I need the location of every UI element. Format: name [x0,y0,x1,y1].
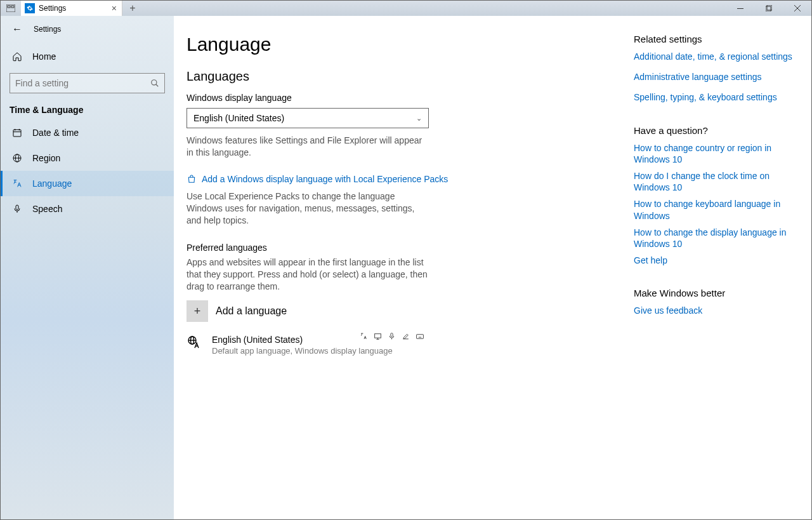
add-display-language-text: Add a Windows display language with Loca… [202,174,448,184]
svg-rect-3 [737,8,743,9]
globe-icon [12,153,22,163]
back-arrow-icon[interactable]: ← [12,23,22,35]
sidebar: ← Settings Home Time & Language Date & t… [1,16,174,519]
svg-rect-24 [391,333,393,337]
make-better-title: Make Windows better [634,288,799,298]
help-link[interactable]: Get help [634,255,799,266]
add-display-language-link[interactable]: Add a Windows display language with Loca… [187,174,608,184]
question-title: Have a question? [634,125,799,136]
keyboard-icon [416,332,425,340]
display-icon [374,332,383,340]
settings-window: Settings × + ← Settings Home [0,0,812,520]
tab-label: Settings [39,4,66,13]
content-column: Language Languages Windows display langu… [187,34,608,507]
sidebar-item-label: Speech [32,204,62,214]
related-link[interactable]: Additional date, time, & regional settin… [634,51,799,62]
svg-rect-1 [8,6,10,8]
sidebar-item-region[interactable]: Region [1,145,174,171]
gear-icon [25,3,35,13]
svg-rect-2 [11,6,14,8]
svg-rect-4 [766,6,771,11]
minimize-button[interactable] [726,1,754,16]
new-tab-button[interactable]: + [122,1,143,16]
window-controls [726,1,811,16]
help-link[interactable]: How do I change the clock time on Window… [634,170,799,193]
tab-settings[interactable]: Settings × [21,1,122,16]
chevron-down-icon: ⌄ [416,114,422,123]
preferred-languages-label: Preferred languages [187,243,608,253]
plus-icon: + [187,300,208,322]
svg-point-8 [152,80,157,85]
svg-rect-10 [13,130,21,137]
handwriting-icon [402,332,411,340]
display-language-select[interactable]: English (United States) ⌄ [187,108,429,128]
language-entry[interactable]: English (United States) Default app lang… [187,335,429,356]
help-link[interactable]: How to change keyboard language in Windo… [634,198,799,221]
mic-icon [12,204,22,214]
svg-rect-5 [767,5,772,10]
language-icon [12,178,22,189]
language-entry-icon [187,335,203,351]
search-input[interactable] [15,78,150,88]
sidebar-category: Time & Language [1,100,174,120]
close-window-button[interactable] [783,1,811,16]
translate-icon [360,332,369,340]
feedback-link[interactable]: Give us feedback [634,305,799,316]
svg-rect-21 [375,334,381,338]
sidebar-header: ← Settings [1,20,174,39]
taskview-icon[interactable] [1,1,21,16]
main-content: Language Languages Windows display langu… [174,16,811,519]
header-label: Settings [34,25,61,34]
sidebar-item-date-time[interactable]: Date & time [1,120,174,145]
sidebar-home-label: Home [32,51,56,62]
help-link[interactable]: How to change country or region in Windo… [634,142,799,165]
sidebar-item-speech[interactable]: Speech [1,196,174,222]
sidebar-item-label: Date & time [32,128,79,138]
help-link[interactable]: How to change the display language in Wi… [634,227,799,250]
app-body: ← Settings Home Time & Language Date & t… [1,16,811,519]
preferred-languages-desc: Apps and websites will appear in the fir… [187,257,428,293]
search-icon [150,79,159,88]
related-link[interactable]: Administrative language settings [634,71,799,83]
related-link[interactable]: Spelling, typing, & keyboard settings [634,91,799,103]
add-language-button[interactable]: + Add a language [187,300,429,322]
add-language-label: Add a language [216,305,287,317]
sidebar-item-label: Language [32,178,72,189]
sidebar-item-label: Region [32,153,60,163]
section-languages: Languages [187,69,608,84]
display-language-label: Windows display language [187,93,608,103]
svg-line-9 [156,84,159,87]
right-column: Related settings Additional date, time, … [634,34,799,507]
display-language-desc: Windows features like Settings and File … [187,135,428,159]
display-language-value: English (United States) [193,113,284,123]
close-tab-icon[interactable]: × [112,3,117,13]
speech-mic-icon [388,332,397,340]
store-icon [187,174,197,184]
svg-rect-25 [417,335,424,339]
maximize-button[interactable] [754,1,783,16]
search-box[interactable] [10,73,165,93]
related-settings-title: Related settings [634,34,799,44]
sidebar-item-language[interactable]: Language [1,171,174,196]
language-feature-icons [360,332,425,340]
sidebar-item-home[interactable]: Home [1,44,174,69]
language-entry-sub: Default app language, Windows display la… [212,346,393,356]
home-icon [12,51,22,62]
title-bar: Settings × + [1,1,811,16]
page-title: Language [187,34,608,55]
lep-desc: Use Local Experience Packs to change the… [187,190,428,227]
clock-icon [12,128,22,138]
svg-rect-17 [16,205,18,210]
